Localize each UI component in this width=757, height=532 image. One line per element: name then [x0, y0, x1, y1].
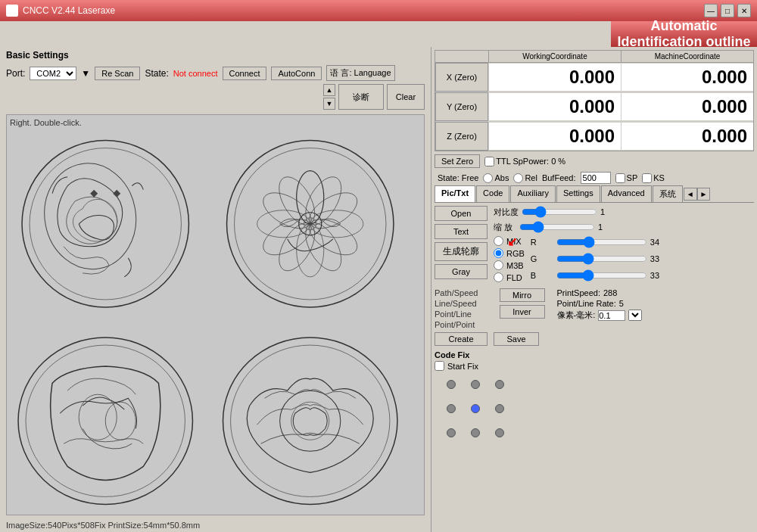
r-value: 34	[650, 238, 665, 247]
rgb-radio[interactable]	[494, 248, 503, 258]
auto-conn-button[interactable]: AutoConn	[271, 67, 322, 80]
b-label: B	[531, 271, 553, 280]
tab-code[interactable]: Code	[476, 185, 509, 202]
svg-point-25	[280, 390, 341, 451]
print-speed-label: PrintSpeed:	[557, 288, 600, 297]
rel-label: Rel	[513, 173, 537, 183]
contrast-slider[interactable]	[522, 206, 597, 218]
scale-label: 缩 放	[494, 222, 516, 233]
ttl-checkbox[interactable]	[484, 157, 494, 166]
state-free-label: State: Free	[438, 173, 478, 182]
mirro-button[interactable]: Mirro	[500, 288, 545, 302]
r-label: R	[531, 238, 553, 247]
control-row: Set Zero TTL SpPower: 0 %	[435, 154, 754, 168]
tab-pic-txt[interactable]: Pic/Txt	[435, 185, 475, 202]
b-slider[interactable]	[556, 269, 647, 282]
connection-status: Not connect	[173, 69, 218, 78]
z-coord-row: Z (Zero) 0.000 0.000	[435, 122, 753, 151]
tab-scroll-left[interactable]: ◄	[684, 188, 697, 201]
dot-0-2[interactable]	[489, 374, 510, 395]
pixel-mm-select[interactable]: ▼	[628, 310, 642, 321]
open-button[interactable]: Open	[435, 206, 488, 221]
start-fix-checkbox[interactable]	[435, 361, 444, 371]
dot-0-0[interactable]	[441, 374, 462, 395]
fld-radio[interactable]	[494, 272, 503, 282]
sp-label: SP	[615, 173, 638, 183]
sp-checkbox[interactable]	[615, 173, 625, 183]
port-select[interactable]: COM2	[30, 67, 76, 80]
svg-point-1	[30, 148, 181, 300]
dot-0-1[interactable]	[465, 374, 486, 395]
z-machine-value: 0.000	[621, 123, 753, 150]
maximize-button[interactable]: □	[721, 4, 734, 17]
top-area: Automatic Identification outline	[0, 21, 757, 47]
clear-button[interactable]: Clear	[387, 84, 425, 110]
scale-row: 缩 放 1	[494, 221, 754, 233]
connect-button[interactable]: Connect	[223, 67, 267, 80]
m3b-radio[interactable]	[494, 260, 503, 270]
dot-1-2[interactable]	[489, 398, 510, 419]
dot-indicator	[495, 380, 504, 389]
dot-2-0[interactable]	[441, 422, 462, 443]
tab-advanced[interactable]: Advanced	[601, 185, 652, 202]
abs-radio[interactable]	[483, 173, 493, 183]
y-zero-button[interactable]: Y (Zero)	[435, 92, 488, 121]
dot-2-1[interactable]	[465, 422, 486, 443]
create-button[interactable]: Create	[435, 332, 488, 346]
tab-auxiliary[interactable]: Auxiliary	[510, 185, 556, 202]
tab-scroll-right[interactable]: ►	[697, 188, 711, 201]
coordinate-section: WorkingCoordinate MachineCoordinate X (Z…	[435, 50, 754, 151]
x-machine-value: 0.000	[621, 64, 753, 91]
point-line-rate-label: Point/Line Rate:	[557, 299, 616, 308]
pixel-mm-input[interactable]	[598, 310, 625, 321]
ttl-label: TTL SpPower: 0 %	[484, 157, 565, 166]
inver-button[interactable]: Inver	[500, 305, 545, 319]
working-coord-header: WorkingCoordinate	[488, 51, 621, 62]
buf-feed-input[interactable]	[581, 172, 611, 184]
minimize-button[interactable]: —	[704, 4, 718, 17]
dot-1-0[interactable]	[441, 398, 462, 419]
r-slider[interactable]	[556, 236, 647, 248]
g-slider[interactable]	[556, 253, 647, 265]
gray-button[interactable]: Gray	[435, 264, 488, 279]
path-info: PrintSpeed: 288 Point/Line Rate: 5 像素-毫米…	[557, 288, 643, 329]
diagnose-button[interactable]: 诊断	[338, 84, 384, 110]
svg-point-24	[231, 345, 390, 496]
scale-slider[interactable]	[519, 221, 595, 233]
dot-indicator	[495, 404, 504, 413]
save-button[interactable]: Save	[494, 332, 539, 346]
dot-indicator	[471, 428, 480, 437]
rel-radio[interactable]	[513, 173, 523, 183]
tab-settings[interactable]: Settings	[556, 185, 600, 202]
rescan-button[interactable]: Re Scan	[95, 67, 140, 80]
svg-point-0	[22, 141, 188, 307]
auto-id-header: Automatic Identification outline	[611, 21, 757, 47]
set-zero-button[interactable]: Set Zero	[435, 154, 480, 168]
mix-radio[interactable]	[494, 236, 503, 246]
line-speed-label: Line/Speed	[435, 299, 478, 308]
image-hint: Right. Double-click.	[10, 118, 82, 127]
dot-2-2[interactable]	[489, 422, 510, 443]
scroll-up-button[interactable]: ▲	[323, 84, 335, 96]
tab-chinese[interactable]: 系统	[653, 185, 683, 202]
ks-checkbox[interactable]	[642, 173, 652, 183]
text-button[interactable]: Text	[435, 224, 488, 239]
z-zero-button[interactable]: Z (Zero)	[435, 122, 488, 151]
path-speed-label: Path/Speed	[435, 288, 478, 297]
close-button[interactable]: ✕	[737, 4, 751, 17]
dot-1-1[interactable]	[465, 398, 486, 419]
dot-indicator	[447, 428, 456, 437]
b-slider-row: B 33	[531, 269, 665, 282]
point-point-label: Point/Point	[435, 320, 478, 329]
art-canvas	[7, 115, 424, 515]
pic-txt-content: Open Text 生成轮廓 Gray 对比度 1 缩 放	[435, 206, 754, 284]
generate-button[interactable]: 生成轮廓	[435, 242, 488, 261]
scroll-down-button[interactable]: ▼	[323, 98, 335, 110]
point-line-label: Point/Line	[435, 310, 478, 319]
port-label: Port:	[6, 68, 25, 79]
top-left-spacer	[0, 21, 255, 47]
x-zero-button[interactable]: X (Zero)	[435, 63, 488, 92]
contrast-scale-section: 对比度 1 缩 放 1	[494, 206, 754, 233]
language-button[interactable]: 语 言: Language	[326, 65, 394, 81]
rgb-radio-label: RGB	[494, 248, 525, 258]
